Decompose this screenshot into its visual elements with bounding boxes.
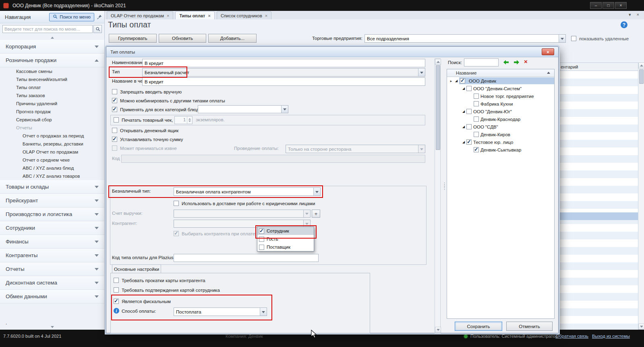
sidebar-item-tipy-vneseniy[interactable]: Типы внесений/изъятий: [0, 75, 104, 83]
delivery-row[interactable]: Использовать в доставке при работе с юри…: [174, 200, 315, 206]
sidebar-item-abc-tovarov[interactable]: ABC / XYZ анализ товаров: [0, 172, 104, 180]
fiscal-row[interactable]: Является фискальным: [114, 298, 171, 304]
dialog-close-button[interactable]: ×: [542, 48, 554, 55]
tree-row-denvik-yug[interactable]: ◢ООО "Денвик-Юг": [447, 108, 554, 115]
save-button[interactable]: Сохранить: [455, 322, 502, 331]
add-account-button[interactable]: +: [312, 210, 320, 218]
dialog-scrollbar[interactable]: [435, 58, 441, 333]
print-name-input[interactable]: В кредит: [142, 77, 425, 86]
require-swipe-checkbox[interactable]: [114, 278, 119, 283]
tab-settings[interactable]: Основные настройки: [112, 264, 161, 273]
tree-checkbox[interactable]: [474, 116, 479, 122]
sidebar-section-finansy[interactable]: Финансы: [0, 235, 104, 249]
tab-olap-otchet[interactable]: OLAP Отчет по продажам×: [107, 11, 173, 19]
tree-row-denvik[interactable]: ▸ ◢ ООО Денвик: [447, 77, 554, 85]
cashless-select[interactable]: Безналичная оплата контрагентом: [174, 187, 321, 196]
spinner-down-icon[interactable]: [188, 121, 191, 122]
no-manual-row[interactable]: Запрещать вводить вручную: [112, 89, 182, 95]
sidebar-section-otchety[interactable]: Отчеты: [0, 262, 104, 276]
combine-checkbox[interactable]: [112, 98, 117, 103]
sidebar-section-sotrudniki[interactable]: Сотрудники: [0, 221, 104, 235]
tree-row-denvik-sistem[interactable]: ◢ООО "Денвик-Систем": [447, 85, 554, 92]
sidebar-item-sredniy-chek[interactable]: Отчет о среднем чеке: [0, 156, 104, 164]
delivery-checkbox[interactable]: [174, 201, 179, 206]
sotrudnik-checkbox[interactable]: [259, 229, 264, 234]
postavschik-checkbox[interactable]: [259, 245, 264, 250]
open-drawer-row[interactable]: Открывать денежный ящик: [112, 127, 178, 133]
dialog-titlebar[interactable]: Тип оплаты ×: [106, 47, 558, 57]
table-column-header[interactable]: ентарий: [558, 62, 638, 71]
pin-icon[interactable]: [97, 15, 102, 19]
tree-row-fabrika-kuhni[interactable]: Фабрика Кухни: [447, 100, 554, 108]
name-input[interactable]: В кредит: [142, 59, 425, 67]
expand-icon[interactable]: ▸: [449, 79, 453, 83]
close-button[interactable]: ×: [615, 2, 627, 9]
sidebar-section-obmen-dannymi[interactable]: Обмен данными: [0, 290, 104, 303]
restore-button[interactable]: □: [603, 2, 614, 9]
help-icon[interactable]: ?: [621, 21, 627, 28]
sidebar-item-tipy-zakazov[interactable]: Типы заказов: [0, 91, 104, 100]
scroll-down-icon[interactable]: [435, 327, 441, 333]
tree-checkbox[interactable]: [474, 147, 479, 152]
tree-row-denvik-krasnodar[interactable]: Денвик-Краснодар: [447, 115, 554, 123]
search-prev-icon[interactable]: [503, 59, 509, 66]
tree-row-testovoe[interactable]: ◢Тестовое юр. лицо: [447, 138, 554, 146]
exact-amount-row[interactable]: Устанавливать точную сумму: [112, 136, 183, 142]
tree-checkbox[interactable]: [460, 78, 465, 83]
tab-tipy-oplat[interactable]: Типы оплат×: [175, 11, 214, 19]
open-drawer-checkbox[interactable]: [112, 128, 117, 133]
logout-link[interactable]: Выход из системы: [592, 334, 630, 339]
sidebar-item-bankety[interactable]: Банкеты, резервы, доставки: [0, 140, 104, 148]
plazius-input[interactable]: [174, 254, 319, 262]
collapse-icon[interactable]: ◢: [461, 140, 466, 144]
popup-item-gost[interactable]: Гость: [257, 235, 314, 243]
all-categories-checkbox[interactable]: [112, 107, 117, 112]
close-icon[interactable]: ×: [208, 13, 211, 18]
exact-amount-checkbox[interactable]: [112, 137, 117, 142]
sidebar-item-servisnyy-sbor[interactable]: Сервисный сбор: [0, 116, 104, 124]
categories-select[interactable]: [198, 105, 288, 113]
show-deleted-checkbox[interactable]: [571, 36, 576, 41]
collapse-icon[interactable]: ◢: [461, 125, 466, 129]
menu-filter-input[interactable]: [2, 25, 93, 33]
fiscal-checkbox[interactable]: [114, 299, 119, 304]
tree-checkbox[interactable]: [474, 132, 479, 137]
sidebar-item-olap-otchet[interactable]: OLAP Отчет по продажам: [0, 148, 104, 156]
dropdown-arrow-icon[interactable]: [260, 308, 267, 316]
method-select[interactable]: Постоплата: [174, 308, 267, 316]
collapse-icon[interactable]: ◢: [461, 110, 466, 113]
require-confirm-checkbox[interactable]: [114, 287, 119, 293]
search-next-icon[interactable]: [513, 59, 520, 66]
sidebar-section-roznichnye-prodazhi[interactable]: Розничные продажи: [0, 54, 104, 67]
sidebar-section-kontragenty[interactable]: Контрагенты: [0, 249, 104, 262]
group-button[interactable]: Группировать: [109, 34, 157, 43]
dropdown-arrow-icon[interactable]: [418, 69, 425, 76]
type-select[interactable]: Безналичный расчет: [142, 68, 425, 77]
clear-search-icon[interactable]: ×: [524, 58, 528, 65]
refresh-button[interactable]: Обновить: [159, 34, 206, 43]
print-receipt-checkbox[interactable]: [114, 117, 119, 123]
collapse-icon[interactable]: ◢: [461, 87, 466, 90]
all-categories-row[interactable]: Применять для всех категорий блюд: [112, 106, 199, 112]
close-icon[interactable]: ×: [265, 13, 267, 18]
combine-row[interactable]: Можно комбинировать с другими типами опл…: [112, 98, 225, 104]
sidebar-item-abc-blyud[interactable]: ABC / XYZ анализ блюд: [0, 164, 104, 172]
tree-row-denvik-kirov[interactable]: Денвик-Киров: [447, 131, 554, 138]
tree-column-header[interactable]: Название: [447, 69, 554, 77]
menu-search-button[interactable]: Поиск по меню: [49, 13, 94, 21]
sidebar-item-kassovye-smeny[interactable]: Кассовые смены: [0, 67, 104, 75]
scrollbar-thumb[interactable]: [436, 65, 440, 150]
copies-stepper[interactable]: 1: [174, 116, 193, 124]
sidebar-item-otchet-prodazhi-period[interactable]: Отчет о продажах за период: [0, 132, 104, 140]
tree-row-denvik-syktyvkar[interactable]: Денвик-Сыктывкар: [447, 146, 554, 154]
sidebar-section-tovary-sklady[interactable]: Товары и склады: [0, 180, 104, 194]
scroll-down-icon[interactable]: [638, 324, 644, 330]
require-confirm-row[interactable]: Требовать подтверждения картой сотрудник…: [114, 287, 220, 293]
minimize-button[interactable]: –: [590, 2, 602, 9]
tree-checkbox[interactable]: [474, 101, 479, 106]
tree-checkbox[interactable]: [466, 124, 472, 129]
sidebar-section-preyskurant[interactable]: Прейскурант: [0, 194, 104, 208]
table-scrollbar[interactable]: [638, 62, 644, 330]
scroll-up-icon[interactable]: [0, 35, 104, 40]
tree-checkbox[interactable]: [466, 86, 472, 91]
